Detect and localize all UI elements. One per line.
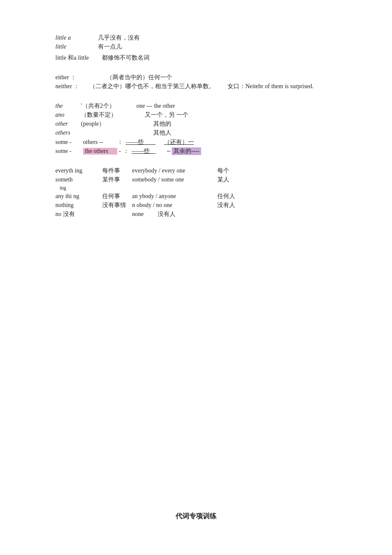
other-ano-row: ano （数量不定） 又一个，另 一个 [55,111,341,119]
neither-row: neither ： （二者之中）哪个也不，相当于第三人称单数。 女口： Neit… [55,83,341,90]
other-section: the '（共有2个） one --- the other ano （数量不定）… [55,102,341,155]
little-a-label: little a [55,35,98,41]
little-meaning: 有一点儿 [98,43,122,51]
little-a-meaning: 几乎没有，没有 [98,34,140,42]
either-label: either ： [55,74,107,81]
pronoun-row-2b: ing [55,185,341,191]
neither-note-text: Neitehr of them is surprised. [245,83,314,90]
pronoun-col3-2: somebody / some one [132,176,217,183]
some-right-b-2-highlight: 其余的---- [172,147,201,155]
some-others-row: some - others -- ： ——些＿＿ （还有）一 [55,138,341,146]
pronoun-col1-2: someth [55,176,102,183]
pronoun-col3-3: an ybody / anyone [132,193,217,200]
pronoun-col2-4: 没有事情 [102,201,132,209]
pronoun-row-4: nothing 没有事情 n obody / no one 没有人 [55,201,341,209]
pronoun-col2-2: 某件事 [102,176,132,184]
other-the-label: the [55,103,81,109]
little-row: little 有一点儿 [55,43,341,51]
some-label-2: some - [55,148,83,155]
pronoun-col4-4: 没有人 [217,201,235,209]
neither-label: neither ： [55,83,89,90]
pronoun-col3-1: everybody / every one [132,167,217,174]
other-the-row: the '（共有2个） one --- the other [55,102,341,110]
others-mid-1: others -- [83,139,117,146]
neither-note-prefix: 女口： [228,83,245,90]
pronoun-col2-3: 任何事 [102,193,132,200]
page-footer-title: 代词专项训练 [0,512,392,521]
little-note-meaning: 都修饰不可数名词 [102,54,150,62]
pronoun-none-label: none [132,211,158,218]
other-other-paren: (people） [81,120,136,128]
pronoun-row-1: everyth ing 每件事 everybody / every one 每个 [55,167,341,175]
pronoun-section: everyth ing 每件事 everybody / every one 每个… [55,167,341,218]
some-right-a-2: ——些＿ [132,147,166,155]
pronoun-col2-1: 每件事 [102,167,132,175]
pronoun-none-meaning: 没有人 [158,210,192,218]
some-right-a-1: ——些＿＿ [126,138,160,146]
colon-2: ： [123,147,132,155]
other-others-label: others [55,129,81,136]
pronoun-row-3: any thi ng 任何事 an ybody / anyone 任何人 [55,193,341,200]
pronoun-col3-4: n obody / no one [132,202,217,209]
some-label-1: some - [55,139,83,146]
pronoun-col1-2b-sub: ing [55,185,102,191]
other-others-row: others 其他人 [55,129,341,137]
other-other-label: other [55,121,81,127]
other-other-right: 其他的 [153,120,171,128]
either-meaning: （两者当中的）任何一个 [107,74,172,81]
other-ano-right: 又一个，另 一个 [145,111,188,119]
other-other-row: other (people） 其他的 [55,120,341,128]
other-ano-label: ano [55,112,81,118]
either-neither-section: either ： （两者当中的）任何一个 neither ： （二者之中）哪个也… [55,74,341,90]
other-the-paren: '（共有2个） [81,102,136,110]
pronoun-col4-1: 每个 [217,167,229,175]
some-right-b-1: （还有）一 [164,138,194,146]
other-ano-paren: （数量不定） [81,111,136,119]
neither-meaning: （二者之中）哪个也不，相当于第三人称单数。 [89,83,215,90]
pronoun-row-5: no 没有 none 没有人 [55,210,341,218]
pronoun-row-2: someth 某件事 somebody / some one 某人 [55,176,341,184]
other-others-right: 其他人 [153,129,171,137]
some-the-others-row: some - the others - ： ——些＿ ～ 其余的---- [55,147,341,155]
pronoun-col1-4: nothing [55,202,102,209]
either-row: either ： （两者当中的）任何一个 [55,74,341,81]
little-note-label: little 和a little [55,54,89,62]
little-a-row: little a 几乎没有，没有 [55,34,341,42]
the-others-highlight: the others [83,148,117,155]
little-label: little [55,43,98,50]
colon-1: ： [117,138,126,146]
pronoun-col1-1: everyth ing [55,167,102,174]
pronoun-col4-3: 任何人 [217,193,235,200]
tilde-2: ～ [166,147,172,155]
little-section: little a 几乎没有，没有 little 有一点儿 little 和a l… [55,34,341,62]
other-the-right: one --- the other [136,103,175,109]
pronoun-col1-3: any thi ng [55,193,102,200]
pronoun-col4-2: 某人 [217,176,229,184]
dash-2: - [119,148,123,155]
little-note-row: little 和a little 都修饰不可数名词 [55,54,341,62]
pronoun-col1-5: no 没有 [55,210,102,218]
